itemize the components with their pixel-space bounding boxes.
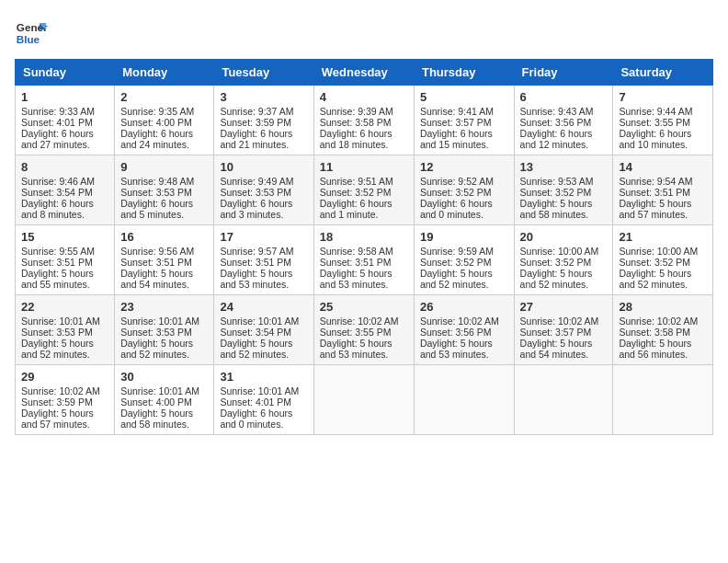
sunrise-text: Sunrise: 9:35 AM (120, 106, 194, 117)
daylight-text: Daylight: 5 hours and 54 minutes. (520, 338, 593, 360)
daylight-text: Daylight: 5 hours and 52 minutes. (21, 338, 94, 360)
sunrise-text: Sunrise: 9:41 AM (420, 106, 494, 117)
sunrise-text: Sunrise: 10:01 AM (220, 316, 299, 327)
sunset-text: Sunset: 3:56 PM (420, 327, 492, 338)
calendar-cell: 16Sunrise: 9:56 AMSunset: 3:51 PMDayligh… (115, 225, 214, 295)
calendar-header-monday: Monday (115, 60, 214, 86)
day-number: 30 (120, 370, 208, 384)
day-number: 24 (220, 300, 307, 314)
sunset-text: Sunset: 3:51 PM (120, 257, 192, 268)
calendar-cell: 28Sunrise: 10:02 AMSunset: 3:58 PMDaylig… (613, 295, 713, 365)
calendar-cell: 7Sunrise: 9:44 AMSunset: 3:55 PMDaylight… (613, 86, 713, 155)
sunrise-text: Sunrise: 9:37 AM (220, 106, 293, 117)
daylight-text: Daylight: 5 hours and 52 minutes. (120, 338, 193, 360)
sunrise-text: Sunrise: 9:51 AM (320, 176, 393, 187)
calendar-cell: 17Sunrise: 9:57 AMSunset: 3:51 PMDayligh… (214, 225, 313, 295)
sunset-text: Sunset: 4:01 PM (21, 117, 93, 128)
sunset-text: Sunset: 3:53 PM (220, 187, 291, 198)
daylight-text: Daylight: 5 hours and 53 minutes. (420, 338, 493, 360)
daylight-text: Daylight: 5 hours and 58 minutes. (520, 198, 593, 220)
calendar-week-row-2: 15Sunrise: 9:55 AMSunset: 3:51 PMDayligh… (16, 225, 713, 295)
calendar-cell: 19Sunrise: 9:59 AMSunset: 3:52 PMDayligh… (414, 225, 514, 295)
sunset-text: Sunset: 3:51 PM (320, 257, 392, 268)
daylight-text: Daylight: 5 hours and 58 minutes. (120, 408, 193, 430)
day-number: 28 (619, 300, 707, 314)
day-number: 4 (320, 90, 408, 104)
day-number: 10 (220, 160, 307, 174)
sunset-text: Sunset: 3:51 PM (21, 257, 93, 268)
sunset-text: Sunset: 3:55 PM (619, 117, 690, 128)
calendar-cell: 11Sunrise: 9:51 AMSunset: 3:52 PMDayligh… (313, 155, 414, 225)
calendar-cell: 24Sunrise: 10:01 AMSunset: 3:54 PMDaylig… (214, 295, 313, 365)
sunrise-text: Sunrise: 9:43 AM (520, 106, 594, 117)
day-number: 17 (220, 230, 307, 244)
sunset-text: Sunset: 3:51 PM (619, 187, 690, 198)
calendar-cell: 14Sunrise: 9:54 AMSunset: 3:51 PMDayligh… (613, 155, 713, 225)
sunset-text: Sunset: 3:55 PM (320, 327, 392, 338)
calendar-cell: 30Sunrise: 10:01 AMSunset: 4:00 PMDaylig… (115, 365, 214, 435)
sunset-text: Sunset: 3:54 PM (21, 187, 93, 198)
calendar-cell: 1Sunrise: 9:33 AMSunset: 4:01 PMDaylight… (16, 86, 115, 155)
calendar-header-tuesday: Tuesday (214, 60, 313, 86)
sunset-text: Sunset: 3:57 PM (420, 117, 492, 128)
calendar-cell: 5Sunrise: 9:41 AMSunset: 3:57 PMDaylight… (414, 86, 514, 155)
calendar-cell: 22Sunrise: 10:01 AMSunset: 3:53 PMDaylig… (16, 295, 115, 365)
sunrise-text: Sunrise: 10:02 AM (619, 316, 698, 327)
calendar-cell: 3Sunrise: 9:37 AMSunset: 3:59 PMDaylight… (214, 86, 313, 155)
sunrise-text: Sunrise: 10:01 AM (120, 385, 199, 396)
day-number: 7 (619, 90, 707, 104)
sunrise-text: Sunrise: 10:02 AM (520, 316, 599, 327)
daylight-text: Daylight: 6 hours and 27 minutes. (21, 128, 94, 150)
sunset-text: Sunset: 3:53 PM (120, 327, 192, 338)
calendar-cell: 26Sunrise: 10:02 AMSunset: 3:56 PMDaylig… (414, 295, 514, 365)
day-number: 31 (220, 370, 307, 384)
sunset-text: Sunset: 3:59 PM (220, 117, 291, 128)
sunrise-text: Sunrise: 9:39 AM (320, 106, 393, 117)
sunset-text: Sunset: 3:52 PM (320, 187, 392, 198)
day-number: 5 (420, 90, 508, 104)
daylight-text: Daylight: 6 hours and 5 minutes. (120, 198, 193, 220)
daylight-text: Daylight: 6 hours and 8 minutes. (21, 198, 94, 220)
calendar-header-friday: Friday (514, 60, 613, 86)
daylight-text: Daylight: 6 hours and 0 minutes. (220, 408, 292, 430)
daylight-text: Daylight: 5 hours and 53 minutes. (320, 338, 392, 360)
day-number: 12 (420, 160, 508, 174)
calendar-week-row-3: 22Sunrise: 10:01 AMSunset: 3:53 PMDaylig… (16, 295, 713, 365)
day-number: 23 (120, 300, 208, 314)
sunset-text: Sunset: 4:00 PM (120, 117, 192, 128)
daylight-text: Daylight: 6 hours and 1 minute. (320, 198, 392, 220)
sunset-text: Sunset: 4:01 PM (220, 396, 291, 408)
daylight-text: Daylight: 6 hours and 0 minutes. (420, 198, 493, 220)
logo-icon: General Blue (15, 15, 48, 48)
calendar-week-row-4: 29Sunrise: 10:02 AMSunset: 3:59 PMDaylig… (16, 365, 713, 435)
daylight-text: Daylight: 6 hours and 12 minutes. (520, 128, 593, 150)
calendar-header-thursday: Thursday (414, 60, 514, 86)
calendar-cell: 27Sunrise: 10:02 AMSunset: 3:57 PMDaylig… (514, 295, 613, 365)
sunrise-text: Sunrise: 10:02 AM (21, 385, 100, 396)
sunset-text: Sunset: 3:52 PM (420, 257, 492, 268)
calendar-cell: 29Sunrise: 10:02 AMSunset: 3:59 PMDaylig… (16, 365, 115, 435)
sunset-text: Sunset: 3:51 PM (220, 257, 291, 268)
sunset-text: Sunset: 3:52 PM (420, 187, 492, 198)
sunrise-text: Sunrise: 9:46 AM (21, 176, 95, 187)
calendar-cell: 2Sunrise: 9:35 AMSunset: 4:00 PMDaylight… (115, 86, 214, 155)
daylight-text: Daylight: 5 hours and 52 minutes. (420, 268, 493, 290)
sunrise-text: Sunrise: 10:00 AM (619, 246, 698, 257)
day-number: 13 (520, 160, 608, 174)
daylight-text: Daylight: 5 hours and 54 minutes. (120, 268, 193, 290)
day-number: 16 (120, 230, 208, 244)
sunset-text: Sunset: 4:00 PM (120, 396, 192, 408)
day-number: 6 (520, 90, 608, 104)
calendar-cell: 25Sunrise: 10:02 AMSunset: 3:55 PMDaylig… (313, 295, 414, 365)
day-number: 26 (420, 300, 508, 314)
day-number: 27 (520, 300, 608, 314)
calendar-cell: 10Sunrise: 9:49 AMSunset: 3:53 PMDayligh… (214, 155, 313, 225)
svg-text:Blue: Blue (17, 33, 40, 45)
sunrise-text: Sunrise: 10:00 AM (520, 246, 599, 257)
sunset-text: Sunset: 3:54 PM (220, 327, 291, 338)
daylight-text: Daylight: 6 hours and 21 minutes. (220, 128, 292, 150)
day-number: 8 (21, 160, 108, 174)
daylight-text: Daylight: 5 hours and 57 minutes. (21, 408, 94, 430)
day-number: 14 (619, 160, 707, 174)
calendar-cell: 21Sunrise: 10:00 AMSunset: 3:52 PMDaylig… (613, 225, 713, 295)
